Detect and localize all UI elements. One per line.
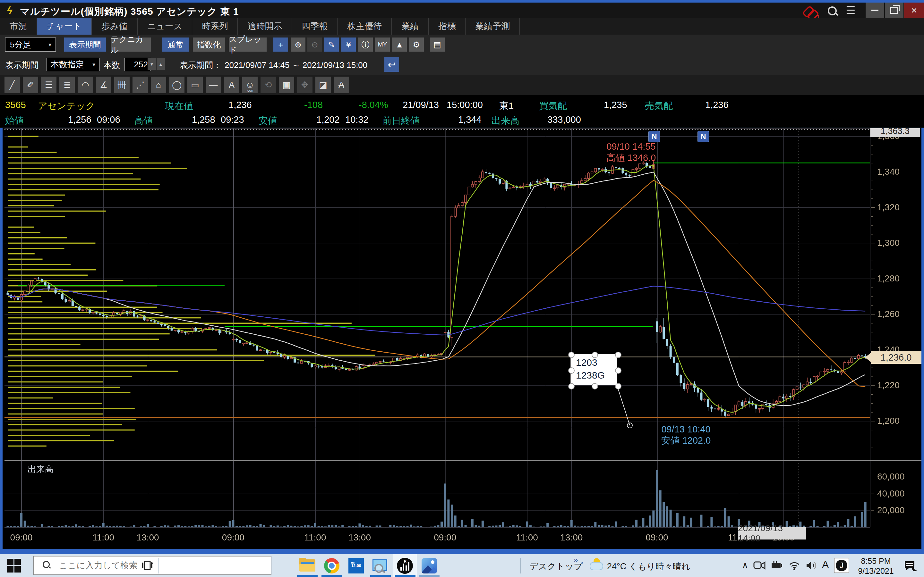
wifi-icon[interactable] xyxy=(788,560,801,571)
tab-業績[interactable]: 業績 xyxy=(392,18,429,35)
toolbar-button-スプレッド[interactable]: スプレッド xyxy=(229,37,267,52)
yen-scale-icon[interactable]: ￥ xyxy=(341,37,356,52)
current-label: 現在値 xyxy=(165,100,193,113)
app-marketspeed[interactable]: R xyxy=(393,554,417,577)
link-icon[interactable]: 1 xyxy=(804,6,819,18)
fibonacci-arc-icon[interactable]: ◠ xyxy=(78,77,93,93)
tab-業績予測[interactable]: 業績予測 xyxy=(465,18,520,35)
chart-toolbar: 5分足 ▼ 表示期間テクニカル通常指数化スプレッド＋⊕⊖✎￥ⓘMY▲⚙▤ xyxy=(0,35,924,55)
app-file-explorer[interactable] xyxy=(295,554,320,577)
weather-icon[interactable] xyxy=(589,558,604,573)
pentagon-icon[interactable]: ⌂ xyxy=(151,77,166,93)
clock-time: 8:55 PM xyxy=(853,556,898,566)
horizontal-lines-icon[interactable]: ☰ xyxy=(41,77,57,93)
range-value: 2021/09/07 14:45 ～ 2021/09/13 15:00 xyxy=(225,60,367,71)
tab-株主優待[interactable]: 株主優待 xyxy=(338,18,392,35)
parallel-line-icon[interactable]: ✐ xyxy=(23,77,38,93)
info-icon[interactable]: ⓘ xyxy=(358,37,373,52)
trend-line-icon[interactable]: ╱ xyxy=(5,77,20,93)
settings-wrench-icon[interactable]: ⚙ xyxy=(409,37,424,52)
period-mode-select[interactable]: 本数指定 ▼ xyxy=(47,58,100,71)
high-time: 09:23 xyxy=(221,114,244,125)
minimize-button[interactable] xyxy=(866,3,884,18)
crosshair-tool-icon[interactable]: ＋ xyxy=(273,37,288,52)
toolbar-button-テクニカル[interactable]: テクニカル xyxy=(111,37,151,52)
eraser-icon[interactable]: ◪ xyxy=(315,77,331,93)
text-eraser-icon[interactable]: A xyxy=(334,77,349,93)
tab-指標[interactable]: 指標 xyxy=(429,18,465,35)
session-low-annotation: 09/13 10:40 安値 1202.0 xyxy=(640,424,732,446)
my-chart-icon[interactable]: MY xyxy=(375,37,390,52)
quote-date: 21/09/13 xyxy=(403,100,439,110)
interval-select[interactable]: 5分足 ▼ xyxy=(5,37,56,52)
volume-icon[interactable] xyxy=(805,560,819,571)
horizontal-segment-icon[interactable]: — xyxy=(206,77,221,93)
news-badge[interactable]: N xyxy=(698,131,709,142)
vertical-lines-icon[interactable]: 卌 xyxy=(114,77,129,93)
notification-icon[interactable] xyxy=(903,560,918,572)
menu-icon[interactable]: ☰ xyxy=(846,4,861,15)
callout-handle[interactable] xyxy=(568,367,575,374)
app-photos[interactable] xyxy=(417,554,441,577)
callout-handle[interactable] xyxy=(568,383,575,390)
tab-ニュース[interactable]: ニュース xyxy=(137,18,192,35)
tray-expand-chevron[interactable]: ∧ xyxy=(742,560,748,571)
count-down-button[interactable]: ▼ xyxy=(148,58,156,70)
toolbar-button-通常[interactable]: 通常 xyxy=(162,37,189,52)
chevron-down-icon: ▼ xyxy=(91,62,96,67)
callout-handle[interactable] xyxy=(591,351,598,358)
pencil-tool-icon[interactable]: ✎ xyxy=(324,37,339,52)
task-view-icon[interactable] xyxy=(141,559,154,572)
start-button[interactable] xyxy=(7,559,21,573)
ellipse-icon[interactable]: ◯ xyxy=(169,77,184,93)
callout-handle[interactable] xyxy=(615,383,622,390)
toolbar-button-表示期間[interactable]: 表示期間 xyxy=(64,37,106,52)
dense-lines-icon[interactable]: ≣ xyxy=(59,77,75,93)
toolbar-button-指数化[interactable]: 指数化 xyxy=(193,37,225,52)
app-alarms[interactable]: 12:00 xyxy=(344,554,368,577)
callout-handle[interactable] xyxy=(615,367,622,374)
price-chart-canvas[interactable] xyxy=(0,127,924,549)
fan-lines-icon[interactable]: ∡ xyxy=(96,77,111,93)
news-badge[interactable]: N xyxy=(648,131,660,142)
tab-市況[interactable]: 市況 xyxy=(0,18,37,35)
tab-歩み値[interactable]: 歩み値 xyxy=(92,18,137,35)
meet-now-icon[interactable] xyxy=(753,560,766,571)
rectangle-icon[interactable]: ▭ xyxy=(187,77,203,93)
tab-チャート[interactable]: チャート xyxy=(37,18,92,35)
print-icon[interactable]: ▤ xyxy=(430,37,445,52)
bar-count-input[interactable] xyxy=(124,58,151,71)
zoom-out-icon[interactable]: ⊖ xyxy=(307,37,322,52)
low-time: 10:32 xyxy=(345,114,368,125)
copy-tool-icon[interactable]: ▣ xyxy=(279,77,294,93)
drawing-callout[interactable]: 1203 1238G xyxy=(570,354,617,385)
app-screen-sketch[interactable] xyxy=(368,554,393,577)
ime-mode-badge[interactable]: J xyxy=(834,558,849,573)
app-chrome[interactable] xyxy=(320,554,344,577)
callout-handle[interactable] xyxy=(568,351,575,358)
close-button[interactable]: × xyxy=(904,3,924,18)
hand-tool-icon[interactable]: ✥ xyxy=(297,77,312,93)
area-chart-icon[interactable]: ▲ xyxy=(392,37,407,52)
reset-period-button[interactable]: ↩ xyxy=(384,57,399,72)
callout-handle[interactable] xyxy=(615,351,622,358)
gann-fan-icon[interactable]: ⋰ xyxy=(132,77,148,93)
restore-button[interactable] xyxy=(885,3,903,18)
search-input[interactable] xyxy=(58,556,265,574)
icon-stamp-icon[interactable]: ☺icon xyxy=(242,77,258,93)
count-up-button[interactable]: ▲ xyxy=(157,58,165,70)
range-label: 表示期間： xyxy=(180,60,221,71)
callout-handle[interactable] xyxy=(591,383,598,390)
tab-時系列[interactable]: 時系列 xyxy=(192,18,238,35)
desktop-expand-chevron[interactable]: » xyxy=(573,556,578,564)
tray-clock[interactable]: 8:55 PM 9/13/2021 xyxy=(853,556,898,576)
tab-四季報[interactable]: 四季報 xyxy=(292,18,338,35)
zoom-in-icon[interactable]: ⊕ xyxy=(291,37,305,52)
tab-適時開示[interactable]: 適時開示 xyxy=(238,18,292,35)
search-icon[interactable] xyxy=(827,6,841,17)
battery-icon[interactable] xyxy=(771,560,783,571)
ime-letter[interactable]: A xyxy=(822,559,829,571)
rotate-tool-icon[interactable]: ⟲ xyxy=(260,77,276,93)
text-tool-icon[interactable]: A xyxy=(224,77,239,93)
weather-text[interactable]: 24°C くもり時々晴れ xyxy=(607,561,690,572)
